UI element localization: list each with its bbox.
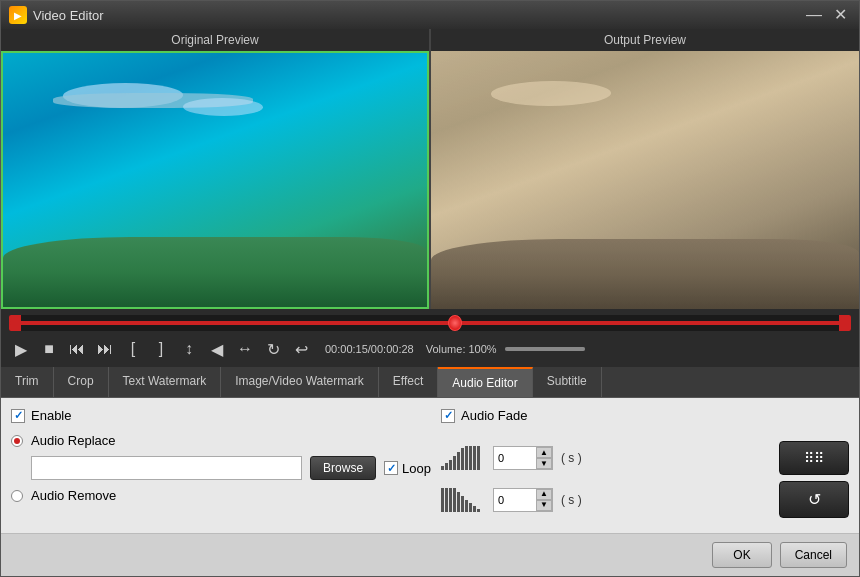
svg-rect-8	[473, 446, 476, 470]
svg-rect-13	[453, 488, 456, 512]
timeline-thumb[interactable]	[448, 315, 462, 331]
rotate-button[interactable]: ↻	[261, 337, 285, 361]
fade-in-up[interactable]: ▲	[536, 447, 552, 458]
tab-effect[interactable]: Effect	[379, 367, 438, 397]
audio-replace-row: Audio Replace	[11, 433, 431, 448]
enable-row: Enable	[11, 408, 431, 423]
output-video-frame	[431, 51, 859, 309]
volume-label: Volume: 100%	[426, 343, 497, 355]
main-window: ▶ Video Editor — ✕ Original Preview Outp…	[0, 0, 860, 577]
svg-rect-12	[449, 488, 452, 512]
loop-row: Loop	[384, 461, 431, 476]
undo-button[interactable]: ↩	[289, 337, 313, 361]
svg-rect-6	[465, 446, 468, 470]
volume-fill	[505, 347, 585, 351]
tab-subtitle[interactable]: Subtitle	[533, 367, 602, 397]
flip-h-button[interactable]: ↔	[233, 337, 257, 361]
svg-rect-3	[453, 456, 456, 470]
prev-button[interactable]: ◀	[205, 337, 229, 361]
output-preview-pane: Output Preview	[431, 29, 859, 309]
tab-crop[interactable]: Crop	[54, 367, 109, 397]
time-display: 00:00:15/00:00:28	[325, 343, 414, 355]
audio-replace-radio[interactable]	[11, 435, 23, 447]
fade-out-input[interactable]	[494, 494, 532, 506]
enable-label: Enable	[31, 408, 71, 423]
audio-fade-label: Audio Fade	[461, 408, 528, 423]
bottom-bar: OK Cancel	[1, 533, 859, 576]
svg-rect-1	[445, 463, 448, 470]
next-frame-button[interactable]: ⏭	[93, 337, 117, 361]
svg-rect-0	[441, 466, 444, 470]
app-icon: ▶	[9, 6, 27, 24]
svg-rect-5	[461, 448, 464, 470]
window-title: Video Editor	[33, 8, 802, 23]
audio-remove-row: Audio Remove	[11, 488, 431, 503]
cancel-button[interactable]: Cancel	[780, 542, 847, 568]
original-preview-pane: Original Preview	[1, 29, 429, 309]
fade-out-up[interactable]: ▲	[536, 489, 552, 500]
fade-in-input[interactable]	[494, 452, 532, 464]
original-preview-label: Original Preview	[1, 29, 429, 51]
enable-checkbox[interactable]	[11, 409, 25, 423]
fade-in-spinners: ▲ ▼	[536, 447, 552, 469]
fade-out-icon	[441, 488, 485, 512]
original-preview-video	[1, 51, 429, 309]
volume-slider[interactable]	[505, 347, 585, 351]
timeline-track	[9, 321, 851, 325]
svg-rect-10	[441, 488, 444, 512]
audio-fade-enable-row: Audio Fade	[441, 408, 849, 423]
fade-in-row: ▲ ▼ ( s ) ⠿⠿	[441, 441, 849, 475]
svg-rect-18	[473, 506, 476, 512]
tab-text-watermark[interactable]: Text Watermark	[109, 367, 222, 397]
title-bar: ▶ Video Editor — ✕	[1, 1, 859, 29]
loop-label: Loop	[402, 461, 431, 476]
audio-settings-button[interactable]: ⠿⠿	[779, 441, 849, 475]
content-area: Enable Audio Replace Browse Loop	[1, 398, 859, 576]
audio-file-input[interactable]	[31, 456, 302, 480]
svg-rect-11	[445, 488, 448, 512]
playback-controls: ▶ ■ ⏮ ⏭ [ ] ↕ ◀ ↔ ↻ ↩ 00:00:15/00:00:28 …	[9, 337, 851, 361]
play-button[interactable]: ▶	[9, 337, 33, 361]
close-button[interactable]: ✕	[830, 7, 851, 23]
svg-rect-15	[461, 496, 464, 512]
audio-fade-section: ▲ ▼ ( s ) ⠿⠿	[441, 441, 849, 518]
minimize-button[interactable]: —	[802, 7, 826, 23]
timeline-section: ▶ ■ ⏮ ⏭ [ ] ↕ ◀ ↔ ↻ ↩ 00:00:15/00:00:28 …	[1, 309, 859, 367]
fish-decoration	[53, 93, 253, 108]
prev-frame-button[interactable]: ⏮	[65, 337, 89, 361]
audio-remove-radio[interactable]	[11, 490, 23, 502]
fade-out-spinners: ▲ ▼	[536, 489, 552, 511]
timeline-slider[interactable]	[9, 315, 851, 331]
audio-fade-checkbox[interactable]	[441, 409, 455, 423]
loop-checkbox[interactable]	[384, 461, 398, 475]
browse-button[interactable]: Browse	[310, 456, 376, 480]
fade-out-down[interactable]: ▼	[536, 500, 552, 511]
fade-in-unit: ( s )	[561, 451, 582, 465]
svg-rect-14	[457, 492, 460, 512]
ok-button[interactable]: OK	[712, 542, 771, 568]
window-controls: — ✕	[802, 7, 851, 23]
stop-button[interactable]: ■	[37, 337, 61, 361]
fade-in-down[interactable]: ▼	[536, 458, 552, 469]
tab-audio-editor[interactable]: Audio Editor	[438, 367, 532, 397]
fade-out-unit: ( s )	[561, 493, 582, 507]
mark-in-button[interactable]: [	[121, 337, 145, 361]
tab-image-watermark[interactable]: Image/Video Watermark	[221, 367, 379, 397]
svg-rect-4	[457, 452, 460, 470]
editor-panel: Enable Audio Replace Browse Loop	[1, 398, 859, 533]
fade-out-row: ▲ ▼ ( s ) ↺	[441, 481, 849, 518]
right-panel: Audio Fade	[441, 408, 849, 523]
svg-rect-16	[465, 500, 468, 512]
browse-row: Browse Loop	[31, 456, 431, 480]
output-rocks-decoration	[431, 239, 859, 309]
flip-v-button[interactable]: ↕	[177, 337, 201, 361]
tab-trim[interactable]: Trim	[1, 367, 54, 397]
output-preview-label: Output Preview	[431, 29, 859, 51]
svg-rect-7	[469, 446, 472, 470]
svg-rect-2	[449, 460, 452, 470]
mark-out-button[interactable]: ]	[149, 337, 173, 361]
tabs-row: Trim Crop Text Watermark Image/Video Wat…	[1, 367, 859, 398]
audio-refresh-button[interactable]: ↺	[779, 481, 849, 518]
output-preview-video	[431, 51, 859, 309]
svg-rect-9	[477, 446, 480, 470]
